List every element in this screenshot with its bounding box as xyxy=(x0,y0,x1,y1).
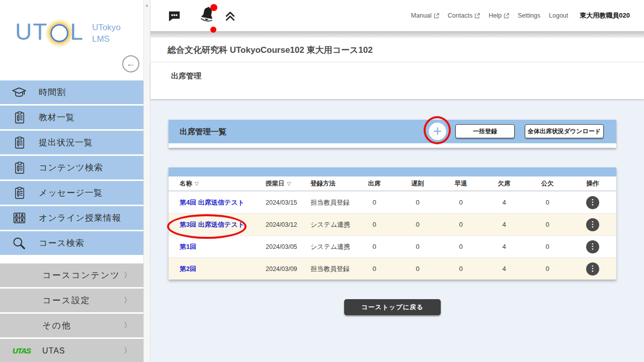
class-date: 2024/03/12 xyxy=(262,221,306,228)
class-date: 2024/03/15 xyxy=(262,199,306,206)
table-row: 第3回 出席送信テスト 2024/03/12 システム連携 0 0 0 4 0 … xyxy=(169,213,616,235)
registration-method: システム連携 xyxy=(306,220,353,229)
section-band: 出席管理 xyxy=(150,62,644,99)
download-all-attendance-button[interactable]: 全体出席状況ダウンロード xyxy=(525,124,604,138)
attendance-panel-body xyxy=(169,143,616,148)
early-leave-count: 0 xyxy=(439,221,482,228)
contacts-link[interactable]: Contacts xyxy=(448,12,480,19)
absent-count: 4 xyxy=(482,243,526,250)
add-attendance-button[interactable]: + xyxy=(429,123,446,140)
external-link-icon xyxy=(474,13,480,19)
column-header-date[interactable]: 授業日 ▽ xyxy=(262,179,306,188)
excused-count: 0 xyxy=(526,221,569,228)
back-to-course-top-button[interactable]: コーストップに戻る xyxy=(344,299,441,315)
meeting-grid-icon xyxy=(11,212,28,224)
chevron-right-icon: 〉 xyxy=(124,270,131,280)
help-link[interactable]: Help xyxy=(489,12,509,19)
column-header-excused: 公欠 xyxy=(526,179,569,188)
sidebar-item-course-search[interactable]: コース検索 xyxy=(0,231,143,255)
clipboard-icon xyxy=(11,136,28,150)
logo-area: UT L UTokyo LMS ← xyxy=(0,0,143,80)
kebab-icon: ⋮ xyxy=(589,264,597,273)
column-header-late: 遅刻 xyxy=(396,179,439,188)
collapse-up-icon[interactable] xyxy=(224,10,236,22)
column-header-name[interactable]: 名称 ▽ xyxy=(169,179,262,188)
early-leave-count: 0 xyxy=(439,265,482,273)
session-link[interactable]: 第2回 xyxy=(180,265,196,273)
course-title-band: 総合文化研究科 UTokyoCourse102 東大用コース102 xyxy=(150,38,644,62)
settings-link[interactable]: Settings xyxy=(518,12,540,19)
sidebar-item-course-settings[interactable]: コース設定 〉 xyxy=(0,289,143,312)
registration-method: 担当教員登録 xyxy=(306,264,353,274)
row-actions-button[interactable]: ⋮ xyxy=(586,196,599,209)
sidebar-item-course-contents[interactable]: コースコンテンツ 〉 xyxy=(0,263,143,287)
sidebar-item-others[interactable]: その他 〉 xyxy=(0,314,143,337)
chevron-right-icon: 〉 xyxy=(124,296,131,305)
session-link[interactable]: 第4回 出席送信テスト xyxy=(180,199,245,206)
session-link[interactable]: 第1回 xyxy=(180,243,196,250)
row-actions-button[interactable]: ⋮ xyxy=(586,262,599,276)
table-row: 第1回 2024/03/05 システム連携 0 0 0 4 0 ⋮ xyxy=(169,235,616,257)
bulk-register-button[interactable]: 一括登録 xyxy=(455,124,515,138)
topbar-shadow xyxy=(150,31,644,38)
search-icon xyxy=(11,236,28,250)
clipboard-icon xyxy=(11,186,28,200)
sort-icon: ▽ xyxy=(195,181,199,187)
kebab-icon: ⋮ xyxy=(589,242,597,250)
present-count: 0 xyxy=(353,243,396,250)
present-count: 0 xyxy=(353,199,396,206)
class-date: 2024/03/05 xyxy=(262,243,306,250)
attendance-panel-header: 出席管理一覧 + 一括登録 全体出席状況ダウンロード xyxy=(169,120,616,143)
attendance-panel: 出席管理一覧 + 一括登録 全体出席状況ダウンロード xyxy=(169,120,616,148)
sidebar-item-materials[interactable]: 教材一覧 xyxy=(0,106,143,129)
present-count: 0 xyxy=(353,221,396,228)
sidebar-item-utas[interactable]: UTAS UTAS 〉 xyxy=(0,339,143,362)
main-content: Manual Contacts Help xyxy=(150,0,644,362)
table-header-row: 名称 ▽ 授業日 ▽ 登録方法 出席 遅刻 早退 xyxy=(169,176,616,191)
sidebar-scrollbar[interactable]: ▲ xyxy=(143,0,150,362)
scroll-up-arrow-icon[interactable]: ▲ xyxy=(144,3,150,8)
absent-count: 4 xyxy=(482,265,526,273)
early-leave-count: 0 xyxy=(439,199,482,206)
sidebar-item-content-search[interactable]: コンテンツ検索 xyxy=(0,156,143,179)
sidebar-collapse-button[interactable]: ← xyxy=(122,55,139,72)
column-header-method: 登録方法 xyxy=(306,179,353,188)
manual-link[interactable]: Manual xyxy=(411,12,439,19)
session-link[interactable]: 第3回 出席送信テスト xyxy=(180,221,245,228)
absent-count: 4 xyxy=(482,199,526,206)
sidebar-item-messages[interactable]: メッセージ一覧 xyxy=(0,181,143,205)
table-top-bar xyxy=(169,167,616,176)
clipboard-icon xyxy=(11,111,28,125)
username: 東大用教職員020 xyxy=(580,11,630,20)
class-date: 2024/03/09 xyxy=(262,265,306,273)
early-leave-count: 0 xyxy=(439,243,482,250)
panel-title: 出席管理一覧 xyxy=(180,120,226,143)
table-row: 第4回 出席送信テスト 2024/03/15 担当教員登録 0 0 0 4 0 … xyxy=(169,191,616,213)
late-count: 0 xyxy=(396,243,439,250)
row-actions-button[interactable]: ⋮ xyxy=(586,218,599,231)
absent-count: 4 xyxy=(482,221,526,228)
column-header-actions: 操作 xyxy=(569,179,616,188)
excused-count: 0 xyxy=(526,199,569,206)
notification-bell-icon[interactable] xyxy=(199,6,215,25)
late-count: 0 xyxy=(396,199,439,206)
chevron-right-icon: 〉 xyxy=(124,346,131,355)
kebab-icon: ⋮ xyxy=(589,220,597,228)
late-count: 0 xyxy=(396,265,439,273)
divider xyxy=(150,62,644,62)
sidebar-item-timetable[interactable]: 時間割 xyxy=(0,80,143,104)
clipboard-icon xyxy=(11,161,28,175)
column-header-absent: 欠席 xyxy=(482,179,526,188)
chat-icon[interactable] xyxy=(168,10,181,23)
table-row: 第2回 2024/03/09 担当教員登録 0 0 0 4 0 ⋮ xyxy=(169,257,616,280)
topbar-links: Manual Contacts Help xyxy=(411,0,630,31)
logo-text-left: UT xyxy=(15,20,48,43)
sidebar-item-submissions[interactable]: 提出状況一覧 xyxy=(0,131,143,154)
kebab-icon: ⋮ xyxy=(589,198,597,206)
column-header-present: 出席 xyxy=(353,179,396,188)
sidebar-item-online-class[interactable]: オンライン授業情報 xyxy=(0,206,143,230)
utas-logo-icon: UTAS xyxy=(13,346,31,355)
late-count: 0 xyxy=(396,221,439,228)
row-actions-button[interactable]: ⋮ xyxy=(586,240,599,253)
logout-link[interactable]: Logout xyxy=(549,12,568,19)
